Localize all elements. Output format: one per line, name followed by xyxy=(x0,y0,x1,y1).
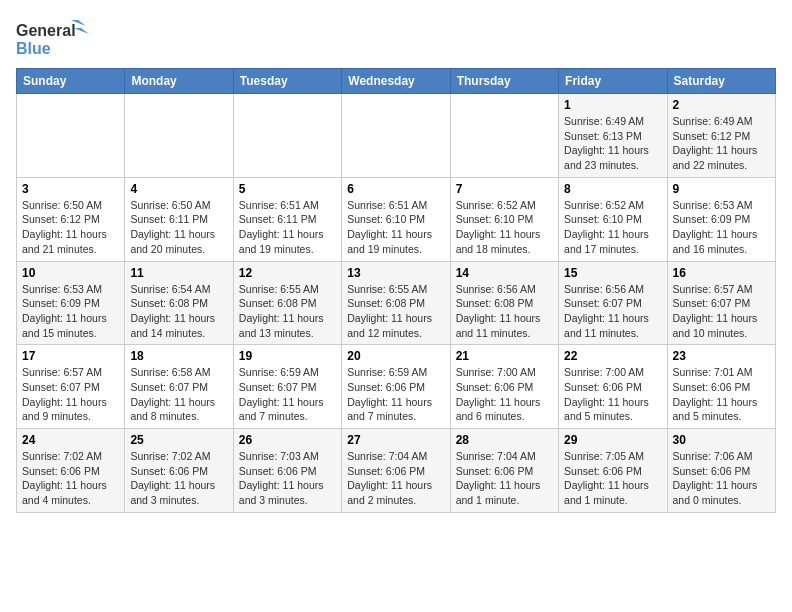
calendar-cell: 26Sunrise: 7:03 AM Sunset: 6:06 PM Dayli… xyxy=(233,429,341,513)
day-info: Sunrise: 6:54 AM Sunset: 6:08 PM Dayligh… xyxy=(130,282,227,341)
day-number: 19 xyxy=(239,349,336,363)
calendar-week-1: 1Sunrise: 6:49 AM Sunset: 6:13 PM Daylig… xyxy=(17,94,776,178)
day-info: Sunrise: 7:06 AM Sunset: 6:06 PM Dayligh… xyxy=(673,449,770,508)
day-number: 22 xyxy=(564,349,661,363)
calendar-cell: 29Sunrise: 7:05 AM Sunset: 6:06 PM Dayli… xyxy=(559,429,667,513)
day-number: 15 xyxy=(564,266,661,280)
logo: GeneralBlue xyxy=(16,16,96,60)
calendar-cell: 27Sunrise: 7:04 AM Sunset: 6:06 PM Dayli… xyxy=(342,429,450,513)
calendar-cell: 16Sunrise: 6:57 AM Sunset: 6:07 PM Dayli… xyxy=(667,261,775,345)
day-number: 13 xyxy=(347,266,444,280)
day-info: Sunrise: 6:53 AM Sunset: 6:09 PM Dayligh… xyxy=(22,282,119,341)
day-number: 7 xyxy=(456,182,553,196)
calendar-cell: 6Sunrise: 6:51 AM Sunset: 6:10 PM Daylig… xyxy=(342,177,450,261)
day-info: Sunrise: 6:55 AM Sunset: 6:08 PM Dayligh… xyxy=(239,282,336,341)
day-number: 23 xyxy=(673,349,770,363)
calendar-cell: 3Sunrise: 6:50 AM Sunset: 6:12 PM Daylig… xyxy=(17,177,125,261)
day-number: 4 xyxy=(130,182,227,196)
calendar-cell: 25Sunrise: 7:02 AM Sunset: 6:06 PM Dayli… xyxy=(125,429,233,513)
calendar-cell: 12Sunrise: 6:55 AM Sunset: 6:08 PM Dayli… xyxy=(233,261,341,345)
day-number: 9 xyxy=(673,182,770,196)
day-number: 8 xyxy=(564,182,661,196)
calendar-cell: 13Sunrise: 6:55 AM Sunset: 6:08 PM Dayli… xyxy=(342,261,450,345)
day-number: 20 xyxy=(347,349,444,363)
day-number: 12 xyxy=(239,266,336,280)
day-info: Sunrise: 7:03 AM Sunset: 6:06 PM Dayligh… xyxy=(239,449,336,508)
day-info: Sunrise: 6:52 AM Sunset: 6:10 PM Dayligh… xyxy=(564,198,661,257)
day-info: Sunrise: 7:04 AM Sunset: 6:06 PM Dayligh… xyxy=(347,449,444,508)
logo: GeneralBlue xyxy=(16,16,96,60)
calendar-cell: 10Sunrise: 6:53 AM Sunset: 6:09 PM Dayli… xyxy=(17,261,125,345)
day-number: 5 xyxy=(239,182,336,196)
day-info: Sunrise: 6:49 AM Sunset: 6:13 PM Dayligh… xyxy=(564,114,661,173)
day-number: 21 xyxy=(456,349,553,363)
calendar-cell: 18Sunrise: 6:58 AM Sunset: 6:07 PM Dayli… xyxy=(125,345,233,429)
calendar-week-4: 17Sunrise: 6:57 AM Sunset: 6:07 PM Dayli… xyxy=(17,345,776,429)
calendar-cell: 15Sunrise: 6:56 AM Sunset: 6:07 PM Dayli… xyxy=(559,261,667,345)
day-info: Sunrise: 7:00 AM Sunset: 6:06 PM Dayligh… xyxy=(456,365,553,424)
calendar-cell: 2Sunrise: 6:49 AM Sunset: 6:12 PM Daylig… xyxy=(667,94,775,178)
calendar-cell: 20Sunrise: 6:59 AM Sunset: 6:06 PM Dayli… xyxy=(342,345,450,429)
day-info: Sunrise: 7:02 AM Sunset: 6:06 PM Dayligh… xyxy=(22,449,119,508)
day-number: 25 xyxy=(130,433,227,447)
day-number: 17 xyxy=(22,349,119,363)
day-info: Sunrise: 6:50 AM Sunset: 6:11 PM Dayligh… xyxy=(130,198,227,257)
column-header-monday: Monday xyxy=(125,69,233,94)
calendar-cell xyxy=(233,94,341,178)
day-number: 6 xyxy=(347,182,444,196)
column-header-saturday: Saturday xyxy=(667,69,775,94)
calendar-cell: 11Sunrise: 6:54 AM Sunset: 6:08 PM Dayli… xyxy=(125,261,233,345)
day-number: 10 xyxy=(22,266,119,280)
day-info: Sunrise: 6:55 AM Sunset: 6:08 PM Dayligh… xyxy=(347,282,444,341)
calendar-cell: 5Sunrise: 6:51 AM Sunset: 6:11 PM Daylig… xyxy=(233,177,341,261)
column-header-sunday: Sunday xyxy=(17,69,125,94)
day-info: Sunrise: 7:01 AM Sunset: 6:06 PM Dayligh… xyxy=(673,365,770,424)
svg-text:Blue: Blue xyxy=(16,40,51,57)
column-header-friday: Friday xyxy=(559,69,667,94)
calendar-cell: 17Sunrise: 6:57 AM Sunset: 6:07 PM Dayli… xyxy=(17,345,125,429)
calendar-cell: 9Sunrise: 6:53 AM Sunset: 6:09 PM Daylig… xyxy=(667,177,775,261)
column-header-tuesday: Tuesday xyxy=(233,69,341,94)
svg-text:General: General xyxy=(16,22,76,39)
calendar-cell: 14Sunrise: 6:56 AM Sunset: 6:08 PM Dayli… xyxy=(450,261,558,345)
day-number: 1 xyxy=(564,98,661,112)
calendar-cell: 23Sunrise: 7:01 AM Sunset: 6:06 PM Dayli… xyxy=(667,345,775,429)
calendar-cell xyxy=(342,94,450,178)
day-info: Sunrise: 7:02 AM Sunset: 6:06 PM Dayligh… xyxy=(130,449,227,508)
calendar-cell: 4Sunrise: 6:50 AM Sunset: 6:11 PM Daylig… xyxy=(125,177,233,261)
day-number: 28 xyxy=(456,433,553,447)
day-number: 29 xyxy=(564,433,661,447)
calendar-cell: 24Sunrise: 7:02 AM Sunset: 6:06 PM Dayli… xyxy=(17,429,125,513)
column-header-thursday: Thursday xyxy=(450,69,558,94)
day-number: 2 xyxy=(673,98,770,112)
day-number: 27 xyxy=(347,433,444,447)
calendar-header-row: SundayMondayTuesdayWednesdayThursdayFrid… xyxy=(17,69,776,94)
calendar-cell: 21Sunrise: 7:00 AM Sunset: 6:06 PM Dayli… xyxy=(450,345,558,429)
calendar-table: SundayMondayTuesdayWednesdayThursdayFrid… xyxy=(16,68,776,513)
day-info: Sunrise: 6:49 AM Sunset: 6:12 PM Dayligh… xyxy=(673,114,770,173)
day-info: Sunrise: 6:59 AM Sunset: 6:07 PM Dayligh… xyxy=(239,365,336,424)
calendar-week-3: 10Sunrise: 6:53 AM Sunset: 6:09 PM Dayli… xyxy=(17,261,776,345)
logo-svg: GeneralBlue xyxy=(16,16,96,60)
day-info: Sunrise: 6:50 AM Sunset: 6:12 PM Dayligh… xyxy=(22,198,119,257)
day-info: Sunrise: 6:59 AM Sunset: 6:06 PM Dayligh… xyxy=(347,365,444,424)
calendar-cell: 7Sunrise: 6:52 AM Sunset: 6:10 PM Daylig… xyxy=(450,177,558,261)
day-number: 26 xyxy=(239,433,336,447)
day-info: Sunrise: 6:56 AM Sunset: 6:07 PM Dayligh… xyxy=(564,282,661,341)
day-info: Sunrise: 7:05 AM Sunset: 6:06 PM Dayligh… xyxy=(564,449,661,508)
calendar-cell: 28Sunrise: 7:04 AM Sunset: 6:06 PM Dayli… xyxy=(450,429,558,513)
day-info: Sunrise: 6:51 AM Sunset: 6:10 PM Dayligh… xyxy=(347,198,444,257)
page-header: GeneralBlue xyxy=(16,16,776,60)
day-number: 3 xyxy=(22,182,119,196)
calendar-cell: 1Sunrise: 6:49 AM Sunset: 6:13 PM Daylig… xyxy=(559,94,667,178)
day-info: Sunrise: 7:00 AM Sunset: 6:06 PM Dayligh… xyxy=(564,365,661,424)
day-info: Sunrise: 6:56 AM Sunset: 6:08 PM Dayligh… xyxy=(456,282,553,341)
day-info: Sunrise: 6:52 AM Sunset: 6:10 PM Dayligh… xyxy=(456,198,553,257)
calendar-cell xyxy=(17,94,125,178)
day-number: 24 xyxy=(22,433,119,447)
calendar-cell: 8Sunrise: 6:52 AM Sunset: 6:10 PM Daylig… xyxy=(559,177,667,261)
svg-marker-3 xyxy=(74,28,89,34)
day-number: 14 xyxy=(456,266,553,280)
day-number: 30 xyxy=(673,433,770,447)
day-info: Sunrise: 6:57 AM Sunset: 6:07 PM Dayligh… xyxy=(22,365,119,424)
